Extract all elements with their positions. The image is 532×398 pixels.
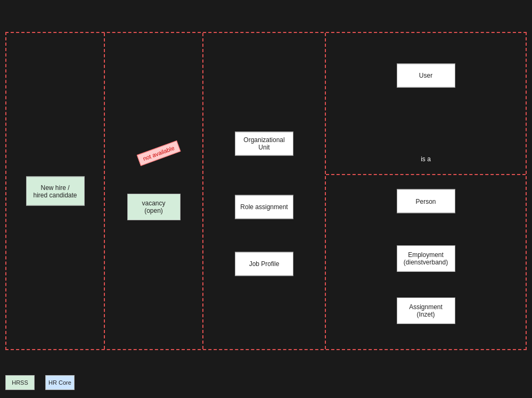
- new-hire-label: New hire / hired candidate: [33, 184, 77, 198]
- diagram-area: New hire / hired candidate not available…: [5, 32, 527, 350]
- not-available-label: not available: [142, 145, 175, 162]
- org-unit-box: Organizational Unit: [235, 131, 293, 155]
- employment-box: Employment (dienstverband): [397, 245, 455, 272]
- legend: HRSS HR Core: [5, 375, 75, 390]
- vacancy-box: vacancy (open): [127, 194, 181, 220]
- legend-hrss: HRSS: [5, 375, 35, 390]
- legend-hrcore: HR Core: [45, 375, 75, 390]
- column-4: User is a Person Employment (dienstverba…: [326, 33, 526, 349]
- vacancy-label: vacancy (open): [142, 200, 165, 214]
- assignment-label: Assignment (Inzet): [409, 303, 443, 318]
- role-assignment-label: Role assignment: [240, 203, 288, 211]
- column-1: New hire / hired candidate: [6, 33, 105, 349]
- person-label: Person: [415, 197, 436, 205]
- column-4-bottom: Person Employment (dienstverband) Assign…: [326, 175, 526, 349]
- hrss-box: HRSS: [5, 375, 35, 390]
- user-box: User: [397, 63, 455, 87]
- hrss-label: HRSS: [12, 379, 28, 386]
- user-label: User: [419, 72, 432, 79]
- person-box: Person: [397, 189, 455, 213]
- column-2: not available vacancy (open): [105, 33, 203, 349]
- column-3: Organizational Unit Role assignment Job …: [203, 33, 326, 349]
- org-unit-label: Organizational Unit: [239, 136, 290, 151]
- column-4-top: User is a: [326, 33, 526, 175]
- not-available-stamp: not available: [136, 140, 180, 166]
- assignment-box: Assignment (Inzet): [397, 297, 455, 324]
- role-assignment-box: Role assignment: [235, 195, 293, 219]
- hrcore-box: HR Core: [45, 375, 75, 390]
- hrcore-label: HR Core: [48, 379, 71, 386]
- job-profile-box: Job Profile: [235, 252, 293, 276]
- job-profile-label: Job Profile: [249, 260, 280, 268]
- is-a-label: is a: [421, 155, 431, 163]
- employment-label: Employment (dienstverband): [404, 251, 448, 266]
- new-hire-box: New hire / hired candidate: [26, 177, 85, 206]
